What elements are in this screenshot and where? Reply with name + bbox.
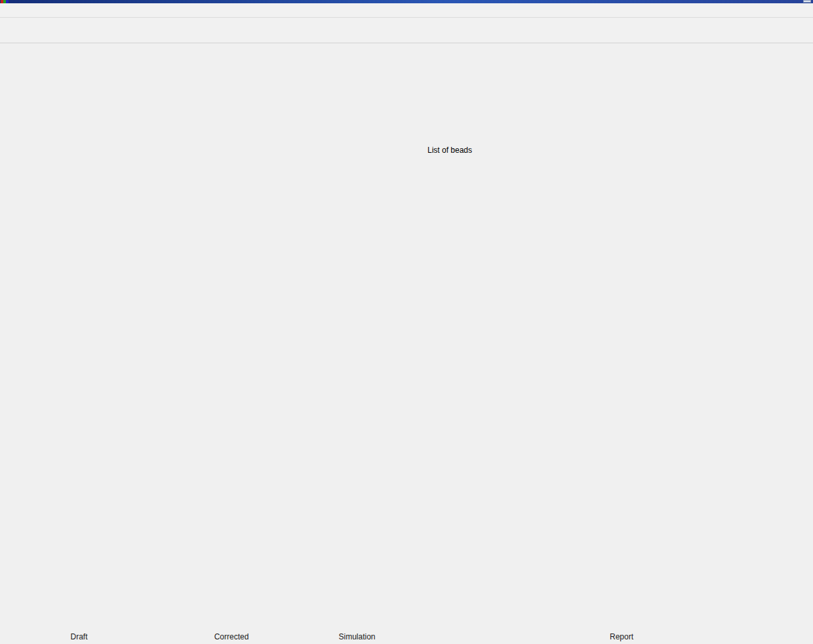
toolbar xyxy=(0,18,813,43)
menu-bar xyxy=(0,3,813,18)
simulation-label: Simulation xyxy=(330,632,384,641)
corrected-label: Corrected xyxy=(175,632,288,641)
draft-view[interactable] xyxy=(29,54,129,632)
corrected-view[interactable] xyxy=(175,54,288,632)
window-button[interactable] xyxy=(803,0,811,3)
list-of-beads-title: List of beads xyxy=(427,146,472,155)
simulation-view[interactable] xyxy=(330,54,384,632)
draft-label: Draft xyxy=(29,632,129,641)
report-label: Report xyxy=(427,632,813,641)
